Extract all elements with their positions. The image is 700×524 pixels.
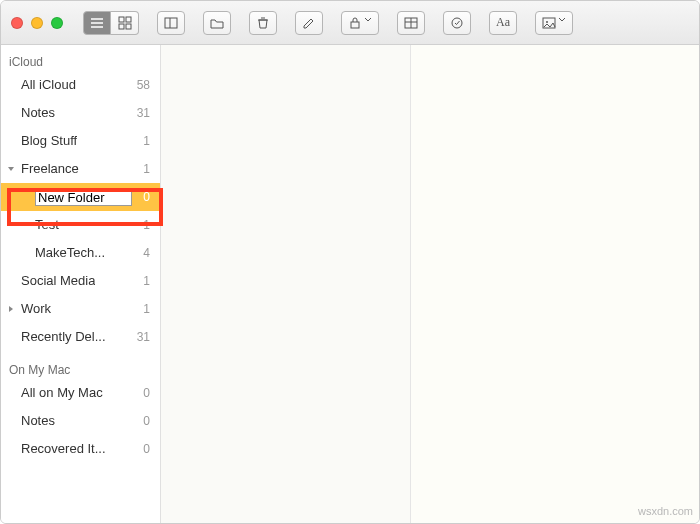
app-window: Aa iCloudAll iCloud58Notes31Blog Stuff1F… <box>0 0 700 524</box>
sidebar[interactable]: iCloudAll iCloud58Notes31Blog Stuff1Free… <box>1 45 161 523</box>
compose-icon <box>302 16 316 30</box>
lock-icon <box>348 16 362 30</box>
table-icon <box>404 16 418 30</box>
sidebar-section-header: iCloud <box>1 51 160 71</box>
sidebar-item-count: 0 <box>132 383 150 403</box>
checklist-icon <box>450 16 464 30</box>
format-button[interactable]: Aa <box>489 11 517 35</box>
media-icon <box>542 16 556 30</box>
sidebar-item-count: 1 <box>132 159 150 179</box>
trash-icon <box>256 16 270 30</box>
svg-point-7 <box>452 18 462 28</box>
new-folder-button[interactable] <box>203 11 231 35</box>
sidebar-item-count: 31 <box>132 103 150 123</box>
sidebar-item-label: Recently Del... <box>21 327 106 347</box>
sidebar-item-label: Work <box>21 299 51 319</box>
sidebar-item-count: 0 <box>132 411 150 431</box>
titlebar: Aa <box>1 1 699 45</box>
sidebar-item-label: MakeTech... <box>35 243 105 263</box>
sidebar-item[interactable]: Recently Del...31 <box>1 323 160 351</box>
attachments-icon <box>164 16 178 30</box>
sidebar-item[interactable]: Work1 <box>1 295 160 323</box>
sidebar-item[interactable]: Recovered It...0 <box>1 435 160 463</box>
svg-rect-2 <box>119 24 124 29</box>
media-button[interactable] <box>535 11 573 35</box>
sidebar-item-count: 1 <box>132 271 150 291</box>
sidebar-item-count: 0 <box>132 187 150 207</box>
zoom-window-button[interactable] <box>51 17 63 29</box>
svg-rect-0 <box>119 17 124 22</box>
sidebar-item-count: 1 <box>132 215 150 235</box>
format-label: Aa <box>496 15 510 30</box>
sidebar-item-label: Recovered It... <box>21 439 106 459</box>
sidebar-item[interactable]: 0 <box>1 183 160 211</box>
list-view-icon <box>90 16 104 30</box>
folder-name-input[interactable] <box>35 189 132 206</box>
sidebar-item[interactable]: Blog Stuff1 <box>1 127 160 155</box>
window-controls <box>11 17 63 29</box>
sidebar-item-count: 4 <box>132 243 150 263</box>
table-button[interactable] <box>397 11 425 35</box>
checklist-button[interactable] <box>443 11 471 35</box>
sidebar-item[interactable]: All on My Mac0 <box>1 379 160 407</box>
watermark: wsxdn.com <box>638 505 693 517</box>
disclosure-right-icon[interactable] <box>7 305 15 313</box>
minimize-window-button[interactable] <box>31 17 43 29</box>
sidebar-item-label: All iCloud <box>21 75 76 95</box>
grid-view-button[interactable] <box>111 11 139 35</box>
sidebar-item-count: 0 <box>132 439 150 459</box>
lock-button[interactable] <box>341 11 379 35</box>
sidebar-item[interactable]: Freelance1 <box>1 155 160 183</box>
disclosure-down-icon[interactable] <box>7 165 15 173</box>
sidebar-item[interactable]: Social Media1 <box>1 267 160 295</box>
attachments-button[interactable] <box>157 11 185 35</box>
sidebar-item-label: Test <box>35 215 59 235</box>
sidebar-item-label: Blog Stuff <box>21 131 77 151</box>
sidebar-item-count: 58 <box>132 75 150 95</box>
sidebar-item-label: Freelance <box>21 159 79 179</box>
sidebar-item[interactable]: Notes0 <box>1 407 160 435</box>
chevron-down-icon <box>558 16 566 30</box>
svg-rect-5 <box>351 22 359 28</box>
sidebar-item-label: All on My Mac <box>21 383 103 403</box>
note-editor-pane[interactable] <box>411 45 699 523</box>
window-body: iCloudAll iCloud58Notes31Blog Stuff1Free… <box>1 45 699 523</box>
chevron-down-icon <box>364 16 372 30</box>
folder-icon <box>210 16 224 30</box>
svg-rect-3 <box>126 24 131 29</box>
compose-button[interactable] <box>295 11 323 35</box>
svg-rect-4 <box>165 18 177 28</box>
close-window-button[interactable] <box>11 17 23 29</box>
trash-button[interactable] <box>249 11 277 35</box>
sidebar-item-label: Notes <box>21 103 55 123</box>
svg-point-9 <box>546 21 548 23</box>
sidebar-item[interactable]: Test1 <box>1 211 160 239</box>
list-view-button[interactable] <box>83 11 111 35</box>
sidebar-item-label: Social Media <box>21 271 95 291</box>
sidebar-item-count: 31 <box>132 327 150 347</box>
notes-list-pane[interactable] <box>161 45 411 523</box>
grid-view-icon <box>118 16 132 30</box>
sidebar-item[interactable]: All iCloud58 <box>1 71 160 99</box>
sidebar-item[interactable]: Notes31 <box>1 99 160 127</box>
sidebar-item-count: 1 <box>132 131 150 151</box>
svg-rect-1 <box>126 17 131 22</box>
sidebar-section-header: On My Mac <box>1 359 160 379</box>
sidebar-item-count: 1 <box>132 299 150 319</box>
sidebar-item-label: Notes <box>21 411 55 431</box>
view-toggle-group <box>83 11 139 35</box>
sidebar-item[interactable]: MakeTech...4 <box>1 239 160 267</box>
